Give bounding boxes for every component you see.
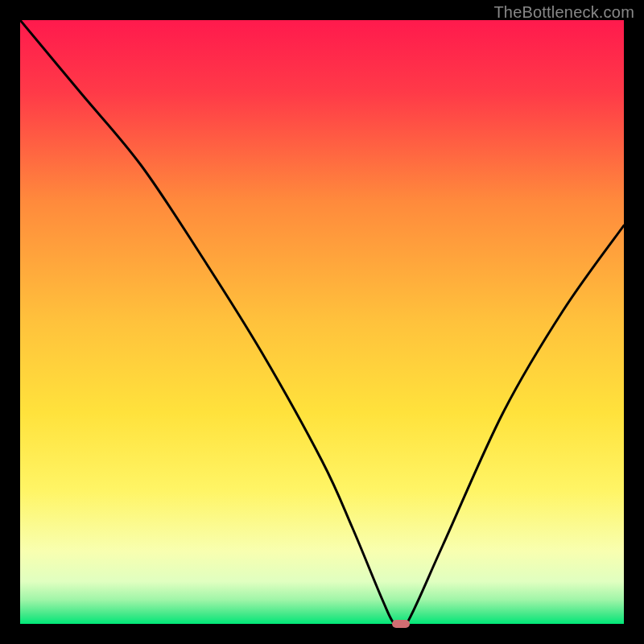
chart-curve-layer [20, 20, 624, 624]
bottleneck-curve [20, 20, 624, 624]
optimal-point-marker [392, 620, 410, 628]
chart-area [20, 20, 624, 624]
watermark-text: TheBottleneck.com [493, 3, 634, 22]
